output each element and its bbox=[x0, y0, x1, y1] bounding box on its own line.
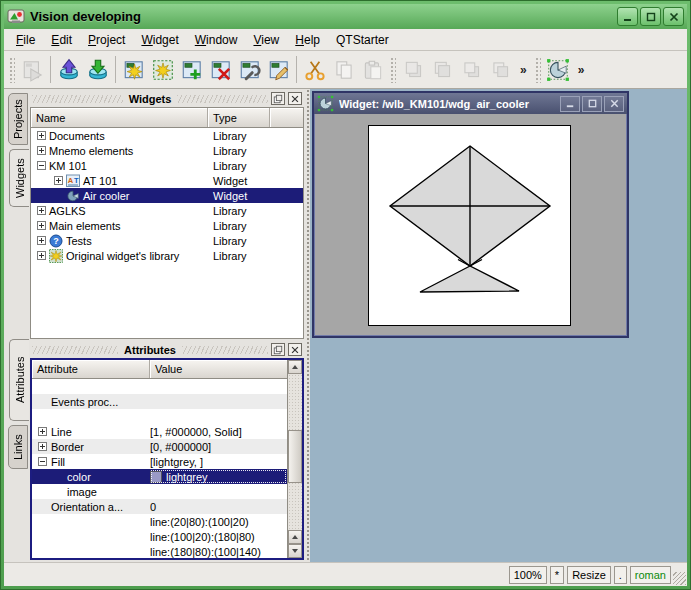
menu-view[interactable]: View bbox=[245, 30, 287, 50]
attributes-scrollbar[interactable] bbox=[287, 360, 302, 558]
save-to-db-button[interactable] bbox=[83, 55, 112, 84]
widget-edit-button[interactable] bbox=[264, 55, 293, 84]
widgets-dock-close-button[interactable] bbox=[288, 92, 302, 105]
dock-handle[interactable] bbox=[32, 346, 118, 354]
attribute-value-cell[interactable] bbox=[150, 409, 287, 424]
tree-expander[interactable] bbox=[37, 236, 46, 245]
scroll-up-button-2[interactable] bbox=[288, 530, 302, 544]
tree-row[interactable]: ?TestsLibrary bbox=[31, 233, 303, 248]
widget-canvas[interactable] bbox=[368, 125, 571, 326]
tree-expander[interactable] bbox=[37, 206, 46, 215]
widgets-dock-float-button[interactable] bbox=[271, 92, 285, 105]
scrollbar-trough[interactable] bbox=[288, 374, 302, 530]
dock-tab-widgets[interactable]: Widgets bbox=[9, 149, 29, 207]
maximize-button[interactable] bbox=[640, 7, 661, 26]
dock-tab-attributes[interactable]: Attributes bbox=[9, 339, 29, 421]
menu-window[interactable]: Window bbox=[187, 30, 246, 50]
tree-expander[interactable] bbox=[54, 176, 63, 185]
menu-file[interactable]: File bbox=[8, 30, 43, 50]
attribute-row[interactable]: Fill[lightgrey, ] bbox=[32, 454, 287, 469]
attr-expander[interactable] bbox=[38, 457, 47, 466]
dock-handle[interactable] bbox=[32, 95, 123, 103]
toolbar-overflow-chevron[interactable]: » bbox=[520, 63, 527, 77]
toolbar-grip[interactable] bbox=[390, 57, 396, 83]
attribute-row[interactable]: line:(20|80):(100|20) bbox=[32, 514, 287, 529]
menu-help[interactable]: Help bbox=[287, 30, 328, 50]
attributes-dock-float-button[interactable] bbox=[271, 343, 285, 356]
attribute-row[interactable]: line:(100|20):(180|80) bbox=[32, 529, 287, 544]
child-maximize-button[interactable] bbox=[582, 96, 602, 112]
attribute-value-cell[interactable]: 0 bbox=[150, 499, 287, 514]
pointer-tool-button[interactable] bbox=[544, 55, 573, 84]
attribute-row[interactable]: colorlightgrey bbox=[32, 469, 287, 484]
tree-row[interactable]: Main elementsLibrary bbox=[31, 218, 303, 233]
tree-row[interactable]: Original widget's libraryLibrary bbox=[31, 248, 303, 263]
attribute-value-cell[interactable]: [0, #000000] bbox=[150, 439, 287, 454]
tree-expander[interactable] bbox=[37, 221, 46, 230]
scroll-up-button[interactable] bbox=[288, 360, 302, 374]
attr-expander[interactable] bbox=[38, 442, 47, 451]
attr-expander[interactable] bbox=[38, 427, 47, 436]
attribute-value-cell[interactable]: [1, #000000, Solid] bbox=[150, 424, 287, 439]
dock-tab-links[interactable]: Links bbox=[8, 425, 28, 469]
child-close-button[interactable] bbox=[604, 96, 624, 112]
dock-tab-projects[interactable]: Projects bbox=[8, 93, 28, 145]
attribute-value-cell[interactable] bbox=[150, 379, 287, 394]
title-bar[interactable]: Vision developing bbox=[4, 4, 687, 29]
tree-row[interactable]: ATAT 101Widget bbox=[31, 173, 303, 188]
library-button[interactable] bbox=[148, 55, 177, 84]
tree-expander[interactable] bbox=[37, 251, 46, 260]
attribute-row[interactable]: Events proc... bbox=[32, 394, 287, 409]
minimize-button[interactable] bbox=[617, 7, 638, 26]
attribute-value-cell[interactable]: line:(100|20):(180|80) bbox=[150, 529, 287, 544]
attribute-value-cell[interactable]: line:(180|80):(100|140) bbox=[150, 544, 287, 558]
widget-edit-window[interactable]: Widget: /wlb_KM101/wdg_air_cooler bbox=[312, 91, 629, 338]
close-button[interactable] bbox=[663, 7, 684, 26]
scrollbar-thumb[interactable] bbox=[288, 430, 302, 483]
tree-row[interactable]: KM 101Library bbox=[31, 158, 303, 173]
tree-expander[interactable] bbox=[37, 146, 46, 155]
attribute-value-cell[interactable] bbox=[150, 394, 287, 409]
add-widget-button[interactable] bbox=[177, 55, 206, 84]
attribute-row[interactable]: line:(180|80):(100|140) bbox=[32, 544, 287, 558]
tree-expander[interactable] bbox=[37, 131, 46, 140]
attribute-row[interactable]: Line[1, #000000, Solid] bbox=[32, 424, 287, 439]
menu-widget[interactable]: Widget bbox=[133, 30, 186, 50]
tree-row[interactable]: Mnemo elementsLibrary bbox=[31, 143, 303, 158]
menu-project[interactable]: Project bbox=[80, 30, 133, 50]
dock-handle[interactable] bbox=[177, 95, 268, 103]
scroll-down-button[interactable] bbox=[288, 544, 302, 558]
child-minimize-button[interactable] bbox=[560, 96, 580, 112]
new-library-button[interactable] bbox=[119, 55, 148, 84]
tree-row[interactable]: Air coolerWidget bbox=[31, 188, 303, 203]
dock-handle[interactable] bbox=[182, 346, 268, 354]
column-header-name[interactable]: Name bbox=[31, 108, 208, 127]
menu-qtstarter[interactable]: QTStarter bbox=[328, 30, 397, 50]
tree-expander[interactable] bbox=[37, 161, 46, 170]
attribute-value-cell[interactable] bbox=[150, 484, 287, 499]
column-header-value[interactable]: Value bbox=[150, 360, 287, 378]
attribute-value-cell[interactable]: line:(20|80):(100|20) bbox=[150, 514, 287, 529]
attribute-row[interactable]: Border[0, #000000] bbox=[32, 439, 287, 454]
tree-row[interactable]: AGLKSLibrary bbox=[31, 203, 303, 218]
menu-edit[interactable]: Edit bbox=[43, 30, 80, 50]
load-from-db-button[interactable] bbox=[54, 55, 83, 84]
child-window-title-bar[interactable]: Widget: /wlb_KM101/wdg_air_cooler bbox=[314, 93, 627, 114]
attribute-row[interactable] bbox=[32, 379, 287, 394]
column-header-type[interactable]: Type bbox=[208, 108, 270, 127]
attribute-row[interactable]: image bbox=[32, 484, 287, 499]
widget-properties-button[interactable] bbox=[235, 55, 264, 84]
delete-widget-button[interactable] bbox=[206, 55, 235, 84]
toolbar-overflow-chevron-2[interactable]: » bbox=[578, 63, 585, 77]
attribute-row[interactable] bbox=[32, 409, 287, 424]
tree-row[interactable]: DocumentsLibrary bbox=[31, 128, 303, 143]
cut-button[interactable] bbox=[300, 55, 329, 84]
attribute-value-cell[interactable]: [lightgrey, ] bbox=[150, 454, 287, 469]
column-header-attribute[interactable]: Attribute bbox=[32, 360, 150, 378]
attributes-dock-close-button[interactable] bbox=[288, 343, 302, 356]
toolbar-grip[interactable] bbox=[535, 57, 541, 83]
attribute-value-cell[interactable]: lightgrey bbox=[150, 469, 287, 484]
resize-grip[interactable] bbox=[673, 572, 686, 585]
toolbar-grip[interactable] bbox=[9, 57, 15, 83]
attribute-row[interactable]: Orientation a...0 bbox=[32, 499, 287, 514]
